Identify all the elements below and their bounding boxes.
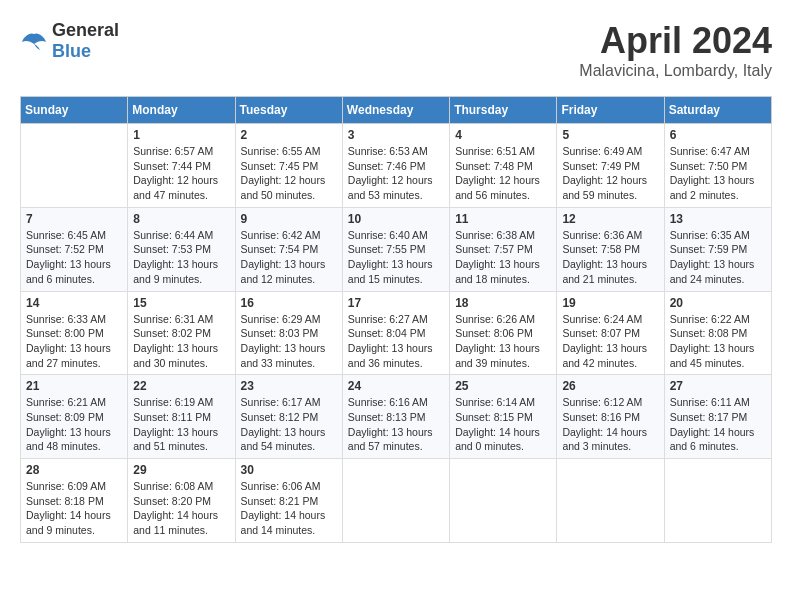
day-info: Sunrise: 6:27 AM Sunset: 8:04 PM Dayligh… [348, 312, 444, 371]
day-info: Sunrise: 6:47 AM Sunset: 7:50 PM Dayligh… [670, 144, 766, 203]
day-number: 22 [133, 379, 229, 393]
day-info: Sunrise: 6:19 AM Sunset: 8:11 PM Dayligh… [133, 395, 229, 454]
day-info: Sunrise: 6:11 AM Sunset: 8:17 PM Dayligh… [670, 395, 766, 454]
logo-blue: Blue [52, 41, 91, 61]
calendar-cell: 17Sunrise: 6:27 AM Sunset: 8:04 PM Dayli… [342, 291, 449, 375]
day-number: 28 [26, 463, 122, 477]
day-number: 4 [455, 128, 551, 142]
day-info: Sunrise: 6:12 AM Sunset: 8:16 PM Dayligh… [562, 395, 658, 454]
calendar-cell: 22Sunrise: 6:19 AM Sunset: 8:11 PM Dayli… [128, 375, 235, 459]
day-info: Sunrise: 6:49 AM Sunset: 7:49 PM Dayligh… [562, 144, 658, 203]
day-info: Sunrise: 6:09 AM Sunset: 8:18 PM Dayligh… [26, 479, 122, 538]
calendar-cell: 9Sunrise: 6:42 AM Sunset: 7:54 PM Daylig… [235, 207, 342, 291]
calendar-cell: 14Sunrise: 6:33 AM Sunset: 8:00 PM Dayli… [21, 291, 128, 375]
day-info: Sunrise: 6:53 AM Sunset: 7:46 PM Dayligh… [348, 144, 444, 203]
day-number: 19 [562, 296, 658, 310]
day-number: 12 [562, 212, 658, 226]
day-info: Sunrise: 6:22 AM Sunset: 8:08 PM Dayligh… [670, 312, 766, 371]
calendar-cell: 6Sunrise: 6:47 AM Sunset: 7:50 PM Daylig… [664, 124, 771, 208]
calendar-week-row: 14Sunrise: 6:33 AM Sunset: 8:00 PM Dayli… [21, 291, 772, 375]
day-info: Sunrise: 6:26 AM Sunset: 8:06 PM Dayligh… [455, 312, 551, 371]
weekday-header: Thursday [450, 97, 557, 124]
day-number: 1 [133, 128, 229, 142]
day-info: Sunrise: 6:36 AM Sunset: 7:58 PM Dayligh… [562, 228, 658, 287]
day-number: 27 [670, 379, 766, 393]
calendar-cell: 8Sunrise: 6:44 AM Sunset: 7:53 PM Daylig… [128, 207, 235, 291]
calendar-cell: 13Sunrise: 6:35 AM Sunset: 7:59 PM Dayli… [664, 207, 771, 291]
day-info: Sunrise: 6:38 AM Sunset: 7:57 PM Dayligh… [455, 228, 551, 287]
day-number: 3 [348, 128, 444, 142]
title-section: April 2024 Malavicina, Lombardy, Italy [579, 20, 772, 80]
day-number: 7 [26, 212, 122, 226]
day-number: 6 [670, 128, 766, 142]
day-number: 5 [562, 128, 658, 142]
logo-general: General [52, 20, 119, 40]
weekday-header: Sunday [21, 97, 128, 124]
day-number: 13 [670, 212, 766, 226]
day-info: Sunrise: 6:06 AM Sunset: 8:21 PM Dayligh… [241, 479, 337, 538]
calendar-cell: 30Sunrise: 6:06 AM Sunset: 8:21 PM Dayli… [235, 459, 342, 543]
calendar-cell: 20Sunrise: 6:22 AM Sunset: 8:08 PM Dayli… [664, 291, 771, 375]
calendar-cell: 28Sunrise: 6:09 AM Sunset: 8:18 PM Dayli… [21, 459, 128, 543]
day-number: 8 [133, 212, 229, 226]
calendar-cell: 12Sunrise: 6:36 AM Sunset: 7:58 PM Dayli… [557, 207, 664, 291]
calendar-cell: 3Sunrise: 6:53 AM Sunset: 7:46 PM Daylig… [342, 124, 449, 208]
day-number: 26 [562, 379, 658, 393]
weekday-header: Wednesday [342, 97, 449, 124]
day-number: 29 [133, 463, 229, 477]
weekday-header: Tuesday [235, 97, 342, 124]
day-number: 30 [241, 463, 337, 477]
day-number: 20 [670, 296, 766, 310]
day-info: Sunrise: 6:14 AM Sunset: 8:15 PM Dayligh… [455, 395, 551, 454]
calendar-cell: 21Sunrise: 6:21 AM Sunset: 8:09 PM Dayli… [21, 375, 128, 459]
calendar-cell: 29Sunrise: 6:08 AM Sunset: 8:20 PM Dayli… [128, 459, 235, 543]
calendar-cell: 25Sunrise: 6:14 AM Sunset: 8:15 PM Dayli… [450, 375, 557, 459]
day-info: Sunrise: 6:40 AM Sunset: 7:55 PM Dayligh… [348, 228, 444, 287]
calendar-header-row: SundayMondayTuesdayWednesdayThursdayFrid… [21, 97, 772, 124]
calendar-cell: 5Sunrise: 6:49 AM Sunset: 7:49 PM Daylig… [557, 124, 664, 208]
day-info: Sunrise: 6:24 AM Sunset: 8:07 PM Dayligh… [562, 312, 658, 371]
day-info: Sunrise: 6:35 AM Sunset: 7:59 PM Dayligh… [670, 228, 766, 287]
day-number: 18 [455, 296, 551, 310]
day-number: 24 [348, 379, 444, 393]
day-info: Sunrise: 6:45 AM Sunset: 7:52 PM Dayligh… [26, 228, 122, 287]
day-info: Sunrise: 6:44 AM Sunset: 7:53 PM Dayligh… [133, 228, 229, 287]
day-number: 14 [26, 296, 122, 310]
day-number: 2 [241, 128, 337, 142]
calendar-cell: 1Sunrise: 6:57 AM Sunset: 7:44 PM Daylig… [128, 124, 235, 208]
day-info: Sunrise: 6:16 AM Sunset: 8:13 PM Dayligh… [348, 395, 444, 454]
logo-text: General Blue [52, 20, 119, 62]
calendar-cell: 18Sunrise: 6:26 AM Sunset: 8:06 PM Dayli… [450, 291, 557, 375]
weekday-header: Friday [557, 97, 664, 124]
day-number: 23 [241, 379, 337, 393]
calendar-cell: 15Sunrise: 6:31 AM Sunset: 8:02 PM Dayli… [128, 291, 235, 375]
calendar-cell: 27Sunrise: 6:11 AM Sunset: 8:17 PM Dayli… [664, 375, 771, 459]
day-number: 17 [348, 296, 444, 310]
day-info: Sunrise: 6:31 AM Sunset: 8:02 PM Dayligh… [133, 312, 229, 371]
day-number: 15 [133, 296, 229, 310]
calendar-cell [557, 459, 664, 543]
location-subtitle: Malavicina, Lombardy, Italy [579, 62, 772, 80]
day-number: 10 [348, 212, 444, 226]
day-info: Sunrise: 6:08 AM Sunset: 8:20 PM Dayligh… [133, 479, 229, 538]
calendar-cell: 7Sunrise: 6:45 AM Sunset: 7:52 PM Daylig… [21, 207, 128, 291]
calendar-cell: 4Sunrise: 6:51 AM Sunset: 7:48 PM Daylig… [450, 124, 557, 208]
day-info: Sunrise: 6:55 AM Sunset: 7:45 PM Dayligh… [241, 144, 337, 203]
calendar-cell: 11Sunrise: 6:38 AM Sunset: 7:57 PM Dayli… [450, 207, 557, 291]
day-info: Sunrise: 6:29 AM Sunset: 8:03 PM Dayligh… [241, 312, 337, 371]
calendar-cell: 10Sunrise: 6:40 AM Sunset: 7:55 PM Dayli… [342, 207, 449, 291]
calendar-cell: 23Sunrise: 6:17 AM Sunset: 8:12 PM Dayli… [235, 375, 342, 459]
logo: General Blue [20, 20, 119, 62]
day-info: Sunrise: 6:17 AM Sunset: 8:12 PM Dayligh… [241, 395, 337, 454]
day-info: Sunrise: 6:51 AM Sunset: 7:48 PM Dayligh… [455, 144, 551, 203]
weekday-header: Saturday [664, 97, 771, 124]
day-info: Sunrise: 6:42 AM Sunset: 7:54 PM Dayligh… [241, 228, 337, 287]
calendar-cell: 24Sunrise: 6:16 AM Sunset: 8:13 PM Dayli… [342, 375, 449, 459]
day-number: 25 [455, 379, 551, 393]
day-info: Sunrise: 6:21 AM Sunset: 8:09 PM Dayligh… [26, 395, 122, 454]
calendar-cell [664, 459, 771, 543]
day-number: 21 [26, 379, 122, 393]
day-number: 9 [241, 212, 337, 226]
calendar-cell [21, 124, 128, 208]
calendar-week-row: 7Sunrise: 6:45 AM Sunset: 7:52 PM Daylig… [21, 207, 772, 291]
